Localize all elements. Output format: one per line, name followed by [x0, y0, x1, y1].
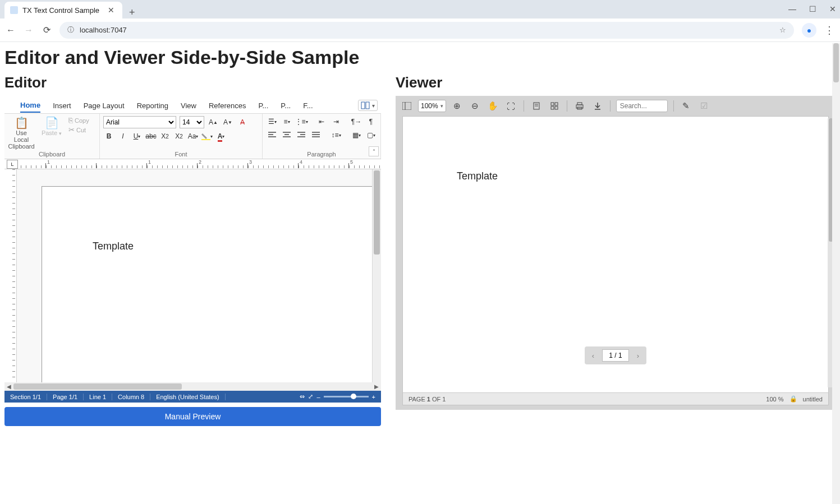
align-center-button[interactable] [281, 130, 293, 141]
highlight-color-button[interactable]: ▾ [201, 131, 213, 142]
ribbon-tabs: Home Insert Page Layout Reporting View R… [4, 96, 381, 114]
decrease-indent-button[interactable]: ⇤ [315, 116, 328, 127]
horizontal-ruler[interactable]: L 1 1 2 3 4 5 [4, 159, 381, 169]
superscript-button[interactable]: X2 [173, 131, 185, 142]
ribbon-tab-insert[interactable]: Insert [53, 99, 71, 112]
editor-horizontal-scrollbar[interactable]: ◀ ▶ [4, 382, 381, 391]
download-button[interactable] [591, 99, 604, 113]
align-right-button[interactable] [295, 130, 307, 141]
ribbon-tab-home[interactable]: Home [20, 99, 40, 113]
ribbon-tab-reporting[interactable]: Reporting [137, 99, 168, 112]
single-page-view-button[interactable] [530, 99, 543, 113]
zoom-level-select[interactable]: 100% ▾ [418, 100, 446, 112]
scroll-right-button[interactable]: ▶ [372, 383, 381, 390]
document-page[interactable]: Template [42, 186, 372, 382]
fit-width-icon[interactable]: ⇔ [300, 393, 305, 400]
page-vertical-scrollbar[interactable] [832, 43, 840, 433]
status-language[interactable]: English (United States) [150, 394, 226, 400]
print-button[interactable] [573, 99, 586, 113]
line-spacing-button[interactable]: ↕≡▾ [330, 130, 342, 141]
scrollbar-thumb[interactable] [833, 43, 839, 82]
close-tab-button[interactable]: ✕ [105, 6, 117, 15]
ribbon-tab-truncated-2[interactable]: P... [281, 99, 291, 112]
paste-button[interactable]: 📄 Paste ▾ [38, 116, 65, 150]
ribbon-display-options[interactable]: ▾ [358, 100, 378, 111]
browser-menu-button[interactable]: ⋮ [824, 24, 834, 36]
status-page[interactable]: Page 1/1 [47, 394, 84, 400]
align-justify-button[interactable] [310, 130, 322, 141]
zoom-out-button[interactable]: ⊖ [469, 99, 482, 113]
back-button[interactable]: ← [6, 25, 16, 35]
borders-button[interactable]: ▢▾ [365, 130, 377, 141]
toggle-sidebar-button[interactable] [400, 99, 414, 113]
thumbnail-view-button[interactable] [548, 99, 561, 113]
italic-button[interactable]: I [117, 131, 128, 142]
pan-tool-button[interactable]: ✋ [486, 99, 500, 113]
new-tab-button[interactable]: + [122, 7, 142, 19]
scrollbar-thumb[interactable] [13, 383, 182, 390]
prev-page-button[interactable]: ‹ [586, 349, 600, 362]
fit-page-icon[interactable]: ⤢ [308, 393, 313, 400]
zoom-slider[interactable] [324, 396, 369, 397]
reload-button[interactable]: ⟳ [42, 25, 52, 35]
maximize-button[interactable]: ☐ [807, 4, 818, 13]
zoom-in-button[interactable]: ⊕ [451, 99, 464, 113]
ribbon-tab-truncated-1[interactable]: P... [258, 99, 268, 112]
use-local-clipboard-button[interactable]: 📋 Use Local Clipboard [8, 116, 35, 150]
subscript-button[interactable]: X2 [159, 131, 171, 142]
font-name-select[interactable]: Arial [103, 116, 176, 128]
cut-button[interactable]: ✂Cut [68, 126, 89, 134]
multilevel-list-button[interactable]: ⋮≡▾ [295, 116, 307, 127]
ltr-direction-button[interactable]: ¶→ [350, 116, 362, 127]
increase-indent-button[interactable]: ⇥ [330, 116, 342, 127]
annotate-button[interactable]: ☑ [697, 99, 711, 113]
collapse-ribbon-button[interactable]: ˄ [369, 146, 379, 156]
shrink-font-button[interactable]: A▼ [222, 117, 233, 128]
show-marks-button[interactable]: ¶ [365, 116, 377, 127]
font-size-select[interactable]: 14 [180, 116, 204, 128]
underline-button[interactable]: U▾ [131, 131, 143, 142]
browser-tab[interactable]: TX Text Control Sample ✕ [4, 2, 122, 19]
strikethrough-button[interactable]: abc [145, 131, 157, 142]
bullet-list-button[interactable]: ☰▾ [266, 116, 278, 127]
numbered-list-button[interactable]: ≡▾ [281, 116, 293, 127]
minimize-button[interactable]: — [787, 4, 797, 13]
next-page-button[interactable]: › [631, 349, 645, 362]
site-settings-icon[interactable]: ⓘ [67, 25, 74, 35]
close-window-button[interactable]: ✕ [828, 4, 838, 13]
ribbon-tab-references[interactable]: References [209, 99, 246, 112]
editor-vertical-scrollbar[interactable] [372, 169, 381, 382]
vertical-ruler[interactable] [4, 169, 17, 382]
bookmark-star-icon[interactable]: ☆ [779, 26, 786, 34]
status-column[interactable]: Column 8 [112, 394, 150, 400]
ribbon-tab-truncated-3[interactable]: F... [303, 99, 313, 112]
forward-button[interactable]: → [24, 25, 34, 35]
copy-button[interactable]: ⎘Copy [68, 116, 89, 124]
bold-button[interactable]: B [103, 131, 114, 142]
ribbon-tab-page-layout[interactable]: Page Layout [84, 99, 125, 112]
zoom-in-button[interactable]: + [372, 394, 375, 400]
viewer-search-input[interactable] [616, 100, 668, 112]
clear-formatting-button[interactable]: A̶ [237, 117, 248, 128]
font-color-button[interactable]: A▾ [215, 131, 227, 142]
ribbon-tab-view[interactable]: View [181, 99, 196, 112]
zoom-out-button[interactable]: – [316, 394, 320, 400]
sign-button[interactable]: ✎ [680, 99, 693, 113]
shading-button[interactable]: ▦▾ [350, 130, 362, 141]
status-line[interactable]: Line 1 [84, 394, 112, 400]
page-number-input[interactable] [602, 349, 629, 362]
viewer-document-page[interactable]: Template ‹ › [403, 117, 828, 392]
grow-font-button[interactable]: A▲ [208, 117, 219, 128]
ruler-corner-icon[interactable]: L [7, 160, 18, 169]
document-viewport[interactable]: Template [17, 169, 372, 382]
align-left-button[interactable] [266, 130, 278, 141]
profile-avatar[interactable]: ● [802, 23, 816, 38]
change-case-button[interactable]: Aa▾ [187, 131, 199, 142]
scrollbar-thumb[interactable] [374, 170, 380, 255]
scroll-left-button[interactable]: ◀ [4, 383, 13, 390]
address-bar[interactable]: ⓘ localhost:7047 ☆ [59, 22, 794, 39]
manual-preview-button[interactable]: Manual Preview [4, 407, 381, 426]
fullscreen-button[interactable]: ⛶ [504, 99, 518, 113]
status-section[interactable]: Section 1/1 [4, 394, 47, 400]
status-zoom-controls: ⇔ ⤢ – + [294, 393, 381, 400]
